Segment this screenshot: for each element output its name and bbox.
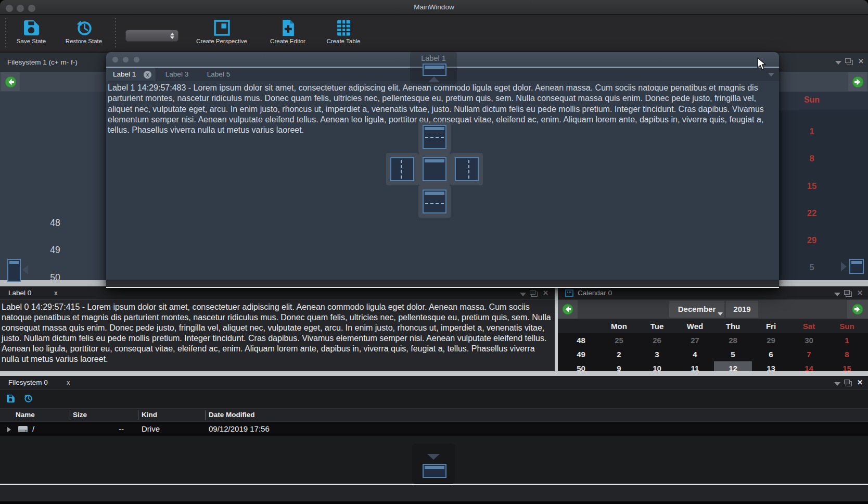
calendar-date[interactable]: 4 [676,347,714,361]
calendar-date[interactable]: 28 [714,333,752,347]
create-table-button[interactable]: Create Table [312,19,375,44]
calendar-date[interactable]: 30 [790,333,828,347]
tab-close-icon[interactable]: x [67,379,70,386]
drop-cell-left[interactable] [386,153,418,185]
perspective-combobox[interactable] [125,30,178,42]
calendar-date[interactable]: 1 [828,333,866,347]
tab-filesystem1[interactable]: Filesystem 1 (c+ m- f-) [7,58,78,66]
column-separator[interactable] [70,410,70,420]
table-row[interactable]: / -- Drive 09/12/2019 17:56 [0,422,868,436]
create-perspective-icon [213,19,231,36]
day-header: Mon [600,322,638,331]
save-icon[interactable] [6,394,15,403]
drop-cell-bottom[interactable] [418,185,451,218]
create-perspective-label: Create Perspective [196,38,247,44]
calendar-date[interactable]: 6 [752,347,790,361]
month-dropdown[interactable]: December [669,301,724,318]
dock-menu-icon[interactable] [520,293,526,296]
minimize-traffic-light[interactable] [123,57,129,62]
create-perspective-button[interactable]: Create Perspective [190,19,253,44]
calendar-date[interactable]: 1 [797,118,826,145]
drop-indicator-split-bottom[interactable] [423,190,446,213]
horizontal-splitter[interactable] [0,371,868,376]
dock-close-icon[interactable]: ✕ [858,57,864,66]
restore-state-button[interactable]: Restore State [53,19,115,44]
window-titlebar[interactable]: MainWindow [0,0,868,15]
tab-overflow-button[interactable] [765,70,777,79]
column-separator[interactable] [205,410,206,420]
close-traffic-light[interactable] [112,57,118,62]
day-header: Fri [752,322,790,331]
column-separator[interactable] [138,410,138,420]
dock-close-icon[interactable]: ✕ [857,289,863,297]
dock-menu-icon[interactable] [835,61,841,65]
dock-menu-icon[interactable] [834,293,840,296]
zoom-traffic-light[interactable] [134,57,139,62]
drop-indicator-bottom-edge[interactable] [423,464,446,478]
tab-label3[interactable]: Label 3 [156,68,198,81]
calendar-prev-month-button[interactable] [1,72,20,91]
column-header-modified[interactable]: Date Modified [209,411,255,419]
calendar-next-month-button[interactable] [848,72,867,91]
calendar-date[interactable]: 25 [600,333,638,347]
drop-indicator-left-edge[interactable] [7,259,21,282]
tab-label0[interactable]: Label 0 [8,289,31,297]
calendar-date[interactable]: 29 [797,226,826,254]
calendar0-prev-month-button[interactable] [558,300,578,319]
dock-float-icon[interactable] [846,381,852,386]
calendar-date[interactable]: 27 [676,333,714,347]
tab-close-icon[interactable]: x [54,289,58,297]
vertical-splitter[interactable] [555,286,558,371]
year-field[interactable]: 2019 [726,301,758,318]
calendar-date[interactable]: 14 [790,361,828,371]
column-header-name[interactable]: Name [16,411,35,419]
dock-close-icon[interactable]: ✕ [857,379,863,387]
dock-menu-icon[interactable] [834,382,840,386]
dock-float-icon[interactable] [846,292,852,297]
drop-indicator-right-edge[interactable] [849,259,864,274]
calendar-date[interactable]: 5 [714,347,752,361]
drop-cell-center[interactable] [418,153,451,185]
calendar0-next-month-button[interactable] [847,300,868,319]
calendar-date[interactable]: 7 [790,347,828,361]
calendar-date[interactable]: 15 [797,172,826,199]
label0-dock-buttons: ✕ [520,289,548,297]
drop-indicator-top-edge[interactable] [423,64,446,76]
calendar-date[interactable]: 8 [797,145,826,172]
column-header-kind[interactable]: Kind [142,411,157,419]
dock-float-icon[interactable] [847,60,853,65]
calendar-date[interactable]: 2 [600,347,638,361]
calendar-date[interactable]: 3 [638,347,676,361]
calendar-date[interactable]: 22 [797,199,826,226]
create-editor-button[interactable]: Create Editor [257,19,319,44]
drop-indicator-center[interactable] [423,157,446,181]
calendar-date[interactable]: 10 [638,361,676,371]
disclosure-triangle-icon[interactable] [7,427,11,432]
restore-icon [75,19,93,36]
calendar-date[interactable]: 12 [714,361,752,371]
restore-icon[interactable] [23,394,33,403]
calendar-date[interactable]: 9 [600,361,638,371]
dock-close-icon[interactable]: ✕ [543,289,548,297]
tab-close-icon[interactable]: x [144,71,151,79]
calendar-date[interactable]: 15 [828,361,866,371]
tab-filesystem0[interactable]: Filesystem 0 [8,379,48,386]
dock-float-icon[interactable] [531,292,538,297]
tab-label1[interactable]: Label 1 x [106,68,156,81]
calendar-date[interactable]: 29 [752,333,790,347]
drop-indicator-split-left[interactable] [390,157,414,181]
tab-label5[interactable]: Label 5 [198,68,239,81]
calendar-date[interactable]: 26 [638,333,676,347]
drop-cell-right[interactable] [451,153,483,185]
drop-indicator-split-top[interactable] [423,125,446,149]
drop-cell-top[interactable] [418,121,451,153]
column-header-size[interactable]: Size [73,411,87,419]
calendar-date[interactable]: 11 [676,361,714,371]
filesystem0-tabbar: Filesystem 0 x ✕ [0,376,868,389]
arrow-left-icon [5,76,17,88]
calendar-date[interactable]: 13 [752,361,790,371]
calendar-date[interactable]: 8 [828,347,866,361]
drop-indicator-split-right[interactable] [455,157,479,181]
main-toolbar: Save State Restore State [0,15,868,52]
calendar-date[interactable]: 5 [797,254,826,281]
